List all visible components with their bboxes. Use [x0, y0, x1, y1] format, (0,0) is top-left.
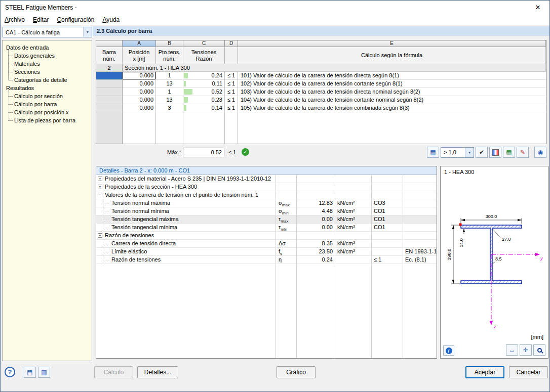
column-letter-a[interactable]: A: [123, 40, 156, 47]
nav-item-calculo-por-seccion[interactable]: Cálculo por sección: [3, 92, 92, 100]
edit-results-icon[interactable]: ✎: [517, 147, 529, 158]
cell-limit[interactable]: ≤ 1: [225, 80, 238, 88]
cell-formula[interactable]: 104) Valor de cálculo de la carrera de t…: [238, 96, 546, 104]
column-letter-b[interactable]: B: [156, 40, 183, 47]
row-selector[interactable]: [96, 96, 123, 104]
cell-razon[interactable]: 0.24: [183, 72, 225, 80]
collapse-minus-icon[interactable]: −: [98, 193, 102, 197]
nav-item-categorias-detalle[interactable]: Categorías de detalle: [3, 76, 92, 84]
section-group-row[interactable]: 2 Sección núm. 1 - HEA 300: [96, 64, 546, 72]
row-selector[interactable]: [96, 80, 123, 88]
table-row[interactable]: 0.000 13 0.11 ≤ 1 102) Valor de cálculo …: [96, 80, 546, 88]
table-row[interactable]: 0.000 1 0.52 ≤ 1 103) Valor de cálculo d…: [96, 88, 546, 96]
details-item-row[interactable]: Tensión normal máxima σmax 12.83 kN/cm² …: [96, 199, 437, 207]
details-item-label: Razón de tensiones: [111, 256, 161, 263]
cell-posicion[interactable]: 0.000: [123, 104, 156, 112]
column-letter-e[interactable]: E: [238, 40, 546, 47]
cell-formula[interactable]: 101) Valor de cálculo de la carrera de t…: [238, 72, 546, 80]
nav-item-materiales[interactable]: Materiales: [3, 60, 92, 68]
details-item-row[interactable]: Carrera de tensión directa Δσ 8.35 kN/cm…: [96, 240, 437, 248]
menu-configuracion[interactable]: Configuración: [53, 15, 98, 24]
cell-formula[interactable]: 102) Valor de cálculo de la carrera de t…: [238, 80, 546, 88]
expand-plus-icon[interactable]: +: [98, 177, 102, 181]
cell-punto[interactable]: 1: [156, 88, 183, 96]
case-selector[interactable]: CA1 - Cálculo a fatiga ▼: [3, 27, 92, 37]
collapse-minus-icon[interactable]: −: [98, 233, 102, 238]
details-group-row[interactable]: −Valores de la carrera de tensión en el …: [96, 191, 437, 199]
calculate-button[interactable]: Cálculo: [94, 366, 133, 378]
row-selector[interactable]: [96, 104, 123, 112]
details-button[interactable]: Detalles...: [137, 366, 178, 378]
cell-limit[interactable]: ≤ 1: [225, 72, 238, 80]
details-group-row[interactable]: +Propiedades del material - Acero S 235 …: [96, 175, 437, 183]
details-item-row[interactable]: Tensión tangencial mínima τmin 0.00 kN/c…: [96, 224, 437, 232]
cell-limit[interactable]: ≤ 1: [225, 96, 238, 104]
chevron-down-icon[interactable]: ▼: [465, 148, 474, 157]
details-item-row[interactable]: Tensión tangencial máxima τmax 0.00 kN/c…: [96, 215, 437, 224]
cell-razon[interactable]: 0.14: [183, 104, 225, 112]
accept-button[interactable]: Aceptar: [465, 366, 504, 378]
nav-item-calculo-por-barra[interactable]: Cálculo por barra: [3, 100, 92, 108]
header-tensiones: Tensiones Razón: [183, 47, 225, 64]
color-scale-icon[interactable]: [489, 147, 501, 158]
export-table-icon[interactable]: ▦: [503, 147, 515, 158]
titlebar: STEEL Fatigue Members - ✕: [1, 1, 549, 14]
details-item-row[interactable]: Límite elástico fy 23.50 kN/cm² EN 1993-…: [96, 248, 437, 256]
threshold-select[interactable]: > 1,0 ▼: [441, 147, 474, 158]
visibility-eye-icon[interactable]: ◉: [534, 147, 546, 158]
filter-rows-icon[interactable]: ✔: [476, 147, 488, 158]
dimensions-toggle-icon[interactable]: ↔: [506, 344, 518, 356]
menu-editar[interactable]: Editar: [29, 15, 53, 24]
result-rows-icon[interactable]: ▦: [427, 147, 439, 158]
info-button[interactable]: i: [443, 345, 454, 356]
nav-group-datos-de-entrada[interactable]: Datos de entrada: [3, 43, 92, 52]
details-item-row[interactable]: Tensión normal mínima σmin 4.48 kN/cm² C…: [96, 207, 437, 215]
cell-punto[interactable]: 3: [156, 104, 183, 112]
unit-cell: kN/cm²: [335, 224, 372, 231]
menu-archivo[interactable]: Archivo: [1, 15, 29, 24]
column-letter-d[interactable]: D: [225, 40, 238, 47]
dock-panel-icon[interactable]: ▥: [38, 367, 50, 378]
table-row[interactable]: 0.000 13 0.23 ≤ 1 104) Valor de cálculo …: [96, 96, 546, 104]
table-row[interactable]: 0.000 3 0.14 ≤ 1 105) Valor de cálculo d…: [96, 104, 546, 112]
cell-punto[interactable]: 13: [156, 80, 183, 88]
cell-posicion[interactable]: 0.000: [123, 80, 156, 88]
collapse-navigator-icon[interactable]: ▤: [24, 367, 36, 378]
cell-limit[interactable]: ≤ 1: [225, 104, 238, 112]
page-title: 2.3 Cálculo por barra: [93, 26, 549, 36]
cell-punto[interactable]: 1: [156, 72, 183, 80]
column-letter-c[interactable]: C: [183, 40, 225, 47]
stress-points-toggle-icon[interactable]: ✛: [520, 344, 532, 356]
nav-item-lista-de-piezas[interactable]: Lista de piezas por barra: [3, 116, 92, 124]
expand-plus-icon[interactable]: +: [98, 185, 102, 189]
cell-razon[interactable]: 0.23: [183, 96, 225, 104]
cell-posicion[interactable]: 0.000: [123, 96, 156, 104]
menu-ayuda[interactable]: Ayuda: [98, 15, 124, 24]
details-item-row[interactable]: Razón de tensiones η 0.24 ≤ 1 Ec. (8.1): [96, 256, 437, 264]
nav-item-datos-generales[interactable]: Datos generales: [3, 52, 92, 60]
cell-razon[interactable]: 0.11: [183, 80, 225, 88]
chevron-down-icon[interactable]: ▼: [83, 27, 92, 37]
row-selector[interactable]: [96, 72, 123, 80]
details-group-row[interactable]: −Razón de tensiones: [96, 232, 437, 240]
graphic-button[interactable]: Gráfico: [277, 366, 316, 378]
nav-item-secciones[interactable]: Secciones: [3, 68, 92, 76]
nav-item-calculo-por-posicion-x[interactable]: Cálculo por posición x: [3, 108, 92, 116]
cancel-button[interactable]: Cancelar: [509, 366, 548, 378]
dim-flange-label: 14.0: [459, 238, 464, 247]
cell-posicion[interactable]: 0.000: [123, 88, 156, 96]
cell-limit[interactable]: ≤ 1: [225, 88, 238, 96]
help-button[interactable]: ?: [5, 367, 15, 377]
close-icon[interactable]: ✕: [526, 1, 549, 14]
zoom-icon[interactable]: [533, 344, 545, 356]
nav-item-label: Cálculo por sección: [14, 93, 63, 99]
row-selector[interactable]: [96, 88, 123, 96]
nav-group-resultados[interactable]: Resultados: [3, 84, 92, 92]
cell-razon[interactable]: 0.52: [183, 88, 225, 96]
cell-posicion[interactable]: 0.000: [123, 72, 156, 80]
details-group-row[interactable]: +Propiedades de la sección - HEA 300: [96, 183, 437, 191]
cell-punto[interactable]: 13: [156, 96, 183, 104]
cell-formula[interactable]: 105) Valor de cálculo de la carrera de t…: [238, 104, 546, 112]
table-row[interactable]: 0.000 1 0.24 ≤ 1 101) Valor de cálculo d…: [96, 72, 546, 80]
cell-formula[interactable]: 103) Valor de cálculo de la carrera de t…: [238, 88, 546, 96]
